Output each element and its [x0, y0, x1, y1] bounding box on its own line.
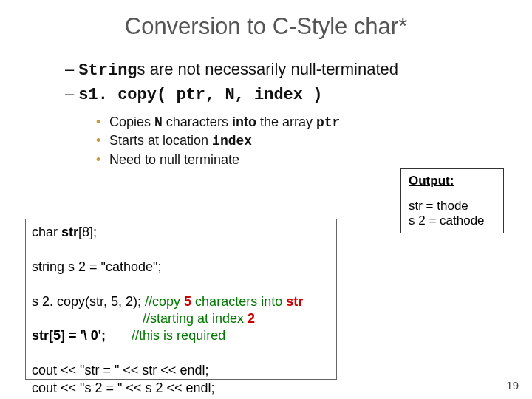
c5a: str[5] = '\ 0';: [32, 328, 132, 343]
c1a: char: [32, 225, 61, 239]
b2-index: index: [212, 134, 252, 149]
c3five: 5: [184, 294, 191, 309]
c3str: str: [286, 294, 303, 309]
bullet-2: Starts at location index: [96, 132, 355, 150]
slide-title: Conversion to C-Style char*: [0, 13, 532, 40]
c5cmt: //this is required: [132, 328, 225, 343]
c4two: 2: [248, 311, 255, 326]
bullet-3: Need to null terminate: [96, 151, 355, 168]
b1-pre: Copies: [109, 115, 154, 129]
output-box: Output: str = thode s 2 = cathode: [400, 168, 504, 233]
c3cmta: //copy: [145, 294, 184, 309]
c4cmt: //starting at index: [143, 311, 248, 326]
c3cmtb: characters into: [191, 294, 286, 309]
bullet-list: Copies N characters into the array ptr S…: [96, 113, 355, 168]
bullet-1: Copies N characters into the array ptr: [96, 113, 355, 132]
code-box: char str[8]; string s 2 = "cathode"; s 2…: [25, 219, 337, 380]
dash-item-1: Strings are not necessarily null-termina…: [65, 59, 502, 82]
b1-ptr: ptr: [316, 115, 340, 130]
b1-mid: characters: [163, 115, 232, 129]
c4pad: [32, 311, 143, 326]
copy-call: s1. copy( ptr, N, index ): [78, 86, 322, 104]
strings-code: String: [78, 61, 137, 80]
b3-text: Need to null terminate: [109, 152, 239, 167]
code-line-7: cout << "s 2 = " << s 2 << endl;: [32, 380, 330, 397]
dash-item-1-text: s are not necessarily null-terminated: [137, 60, 398, 78]
code-line-4: //starting at index 2: [32, 310, 330, 327]
page-number: 19: [506, 379, 519, 392]
code-line-3: s 2. copy(str, 5, 2); //copy 5 character…: [32, 293, 330, 310]
c3a: s 2. copy(str, 5, 2);: [32, 294, 145, 309]
code-line-5: str[5] = '\ 0'; //this is required: [32, 327, 330, 344]
c1c: [8];: [78, 225, 97, 239]
output-line-2: s 2 = cathode: [409, 214, 496, 228]
code-blank-3: [32, 345, 330, 362]
b1-mid2: the array: [256, 115, 316, 129]
code-blank-2: [32, 276, 330, 293]
b1-into: into: [232, 115, 256, 129]
code-line-1: char str[8];: [32, 224, 330, 241]
code-blank-1: [32, 241, 330, 258]
dash-list: Strings are not necessarily null-termina…: [65, 59, 502, 106]
b2-pre: Starts at location: [109, 133, 212, 148]
output-header: Output:: [409, 174, 496, 188]
code-line-6: cout << "str = " << str << endl;: [32, 362, 330, 379]
output-line-1: str = thode: [409, 199, 496, 214]
c1b: str: [61, 225, 78, 239]
code-line-2: string s 2 = "cathode";: [32, 259, 330, 276]
dash-item-2: s1. copy( ptr, N, index ): [65, 83, 502, 106]
b1-n: N: [154, 115, 163, 130]
